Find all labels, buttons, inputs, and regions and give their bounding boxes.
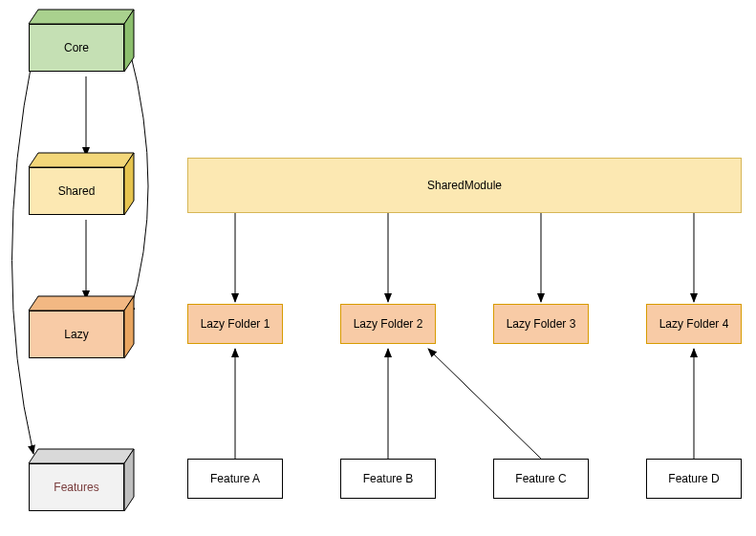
feature-b-box: Feature B bbox=[340, 459, 436, 499]
feature-d-label: Feature D bbox=[668, 472, 719, 485]
cube-core: Core bbox=[29, 10, 134, 76]
lazy-folder-1-label: Lazy Folder 1 bbox=[201, 317, 270, 331]
shared-module-box: SharedModule bbox=[187, 158, 742, 213]
shared-module-label: SharedModule bbox=[427, 179, 502, 192]
cube-lazy-label: Lazy bbox=[64, 328, 88, 341]
feature-c-label: Feature C bbox=[515, 472, 566, 485]
lazy-folder-2: Lazy Folder 2 bbox=[340, 304, 436, 344]
feature-b-label: Feature B bbox=[363, 472, 414, 485]
cube-features: Features bbox=[29, 449, 134, 516]
cube-lazy: Lazy bbox=[29, 296, 134, 363]
feature-a-label: Feature A bbox=[210, 472, 260, 485]
arrow-core-features bbox=[12, 53, 34, 454]
feature-c-box: Feature C bbox=[493, 459, 589, 499]
cube-core-label: Core bbox=[64, 41, 89, 54]
lazy-folder-1: Lazy Folder 1 bbox=[187, 304, 283, 344]
lazy-folder-4: Lazy Folder 4 bbox=[646, 304, 742, 344]
cube-shared-label: Shared bbox=[58, 184, 96, 198]
lazy-folder-4-label: Lazy Folder 4 bbox=[659, 317, 729, 331]
svg-marker-7 bbox=[29, 449, 134, 463]
lazy-folder-2-label: Lazy Folder 2 bbox=[354, 317, 423, 331]
lazy-folder-3-label: Lazy Folder 3 bbox=[507, 317, 576, 331]
svg-marker-3 bbox=[29, 153, 134, 167]
svg-marker-5 bbox=[29, 296, 134, 311]
feature-a-box: Feature A bbox=[187, 459, 283, 499]
arrow-featC-lazy2 bbox=[428, 349, 541, 459]
feature-d-box: Feature D bbox=[646, 459, 742, 499]
cube-shared: Shared bbox=[29, 153, 134, 220]
svg-marker-1 bbox=[29, 10, 134, 24]
cube-features-label: Features bbox=[54, 481, 98, 494]
lazy-folder-3: Lazy Folder 3 bbox=[493, 304, 589, 344]
